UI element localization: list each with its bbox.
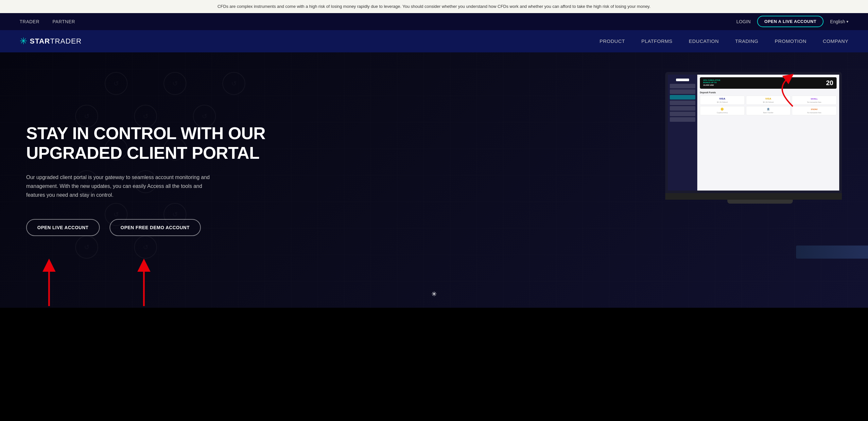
screen-sidebar-item bbox=[670, 117, 695, 122]
nav-platforms[interactable]: PLATFORMS bbox=[641, 38, 673, 44]
payment-item-sticpay: STICPAY No transaction fees bbox=[792, 106, 837, 115]
language-label: English bbox=[830, 19, 845, 24]
skrill-logo: SKRILL bbox=[811, 97, 818, 101]
nav-trading[interactable]: TRADING bbox=[735, 38, 758, 44]
nav-company[interactable]: COMPANY bbox=[823, 38, 848, 44]
screen-sidebar bbox=[668, 75, 697, 191]
screen-sidebar-item bbox=[670, 84, 695, 88]
hero-buttons: OPEN LIVE ACCOUNT OPEN FREE DEMO ACCOUNT bbox=[26, 219, 265, 236]
screen-content: 20% CUMULATIVE BONUS UP TO 10,000 USD 20… bbox=[668, 75, 839, 191]
screen-sidebar-logo bbox=[676, 79, 689, 81]
hero-title: STAY IN CONTROL WITH OUR UPGRADED CLIENT… bbox=[26, 124, 265, 163]
screen-main: 20% CUMULATIVE BONUS UP TO 10,000 USD 20… bbox=[697, 75, 839, 191]
top-nav-right: LOGIN OPEN A LIVE ACCOUNT English bbox=[736, 16, 848, 27]
nav-education[interactable]: EDUCATION bbox=[689, 38, 719, 44]
watermark-item: ↺ bbox=[163, 72, 186, 95]
payment-item-skrill: SKRILL No transaction fees bbox=[792, 95, 837, 105]
logo-star-icon: ✳ bbox=[20, 36, 27, 47]
monitor-base bbox=[727, 200, 793, 204]
screen-deposit-title: Deposit Funds bbox=[700, 91, 837, 94]
bonus-line2: BONUS UP TO bbox=[703, 82, 720, 84]
payment-grid: VISA $0 | $1 Refund VISA $0 | $1 Refund … bbox=[700, 95, 837, 115]
payment-item-bank: 🏦 Bank Transfer bbox=[746, 106, 791, 115]
screen-bonus-text: 20% CUMULATIVE BONUS UP TO 10,000 USD bbox=[703, 79, 720, 87]
payment-item-visa1: VISA $0 | $1 Refund bbox=[700, 95, 745, 105]
logo-text: STARTRADER bbox=[30, 37, 82, 46]
hero-section: ↺ ↺ ↺ ↺ ↺ ↺ ↺ ↺ ↺ ↺ ↺ ↺ ↺ ↺ STAY IN CONT… bbox=[0, 52, 868, 308]
login-link[interactable]: LOGIN bbox=[736, 19, 751, 24]
visa1-fee: $0 | $1 Refund bbox=[717, 101, 728, 103]
sticpay-fee: No transaction fees bbox=[807, 112, 821, 114]
visa2-fee: $0 | $1 Refund bbox=[763, 101, 774, 103]
partner-link[interactable]: PARTNER bbox=[53, 19, 75, 24]
bonus-highlight: 10,000 USD bbox=[703, 84, 720, 87]
main-nav: ✳ STARTRADER PRODUCT PLATFORMS EDUCATION… bbox=[0, 30, 868, 52]
screen-sidebar-item bbox=[670, 101, 695, 105]
skrill-fee: No transaction fees bbox=[807, 101, 821, 103]
screen-bonus-banner: 20% CUMULATIVE BONUS UP TO 10,000 USD 20 bbox=[700, 77, 837, 89]
watermark-item: ↺ bbox=[105, 72, 128, 95]
crypto-fee: Cryptocurrency bbox=[717, 112, 728, 114]
open-account-button[interactable]: OPEN A LIVE ACCOUNT bbox=[757, 16, 824, 27]
visa2-logo: VISA bbox=[765, 97, 772, 101]
warning-text: CFDs are complex instruments and come wi… bbox=[217, 4, 651, 9]
bank-fee: Bank Transfer bbox=[763, 112, 773, 114]
top-nav-left: TRADER PARTNER bbox=[20, 19, 75, 24]
logo[interactable]: ✳ STARTRADER bbox=[20, 36, 82, 47]
screen-sidebar-item bbox=[670, 89, 695, 94]
bonus-line1: 20% CUMULATIVE bbox=[703, 79, 720, 82]
screen-sidebar-item bbox=[670, 106, 695, 111]
open-demo-account-button[interactable]: OPEN FREE DEMO ACCOUNT bbox=[110, 219, 201, 236]
monitor-stand bbox=[665, 193, 842, 200]
sticpay-logo: STICPAY bbox=[811, 108, 818, 111]
screen-sidebar-item-active bbox=[670, 95, 695, 100]
hero-title-line2: UPGRADED CLIENT PORTAL bbox=[26, 143, 259, 162]
keyboard-decoration bbox=[796, 246, 868, 259]
open-live-account-button[interactable]: OPEN LIVE ACCOUNT bbox=[26, 219, 100, 236]
warning-banner: CFDs are complex instruments and come wi… bbox=[0, 0, 868, 13]
hero-star-indicator: ✳ bbox=[431, 290, 437, 298]
monitor-screen: 20% CUMULATIVE BONUS UP TO 10,000 USD 20… bbox=[665, 72, 842, 193]
payment-item-visa2: VISA $0 | $1 Refund bbox=[746, 95, 791, 105]
crypto-logo: 🪙 bbox=[720, 108, 724, 111]
watermark-item: ↺ bbox=[222, 72, 245, 95]
payment-item-crypto: 🪙 Cryptocurrency bbox=[700, 106, 745, 115]
logo-rest-text: TRADER bbox=[50, 37, 82, 45]
hero-description: Our upgraded client portal is your gatew… bbox=[26, 173, 222, 200]
trader-link[interactable]: TRADER bbox=[20, 19, 39, 24]
nav-promotion[interactable]: PROMOTION bbox=[775, 38, 807, 44]
hero-title-line1: STAY IN CONTROL WITH OUR bbox=[26, 124, 265, 143]
screen-sidebar-item bbox=[670, 112, 695, 116]
language-selector[interactable]: English bbox=[830, 19, 848, 24]
hero-visual: 20% CUMULATIVE BONUS UP TO 10,000 USD 20… bbox=[659, 62, 868, 285]
top-nav: TRADER PARTNER LOGIN OPEN A LIVE ACCOUNT… bbox=[0, 13, 868, 30]
hero-content: STAY IN CONTROL WITH OUR UPGRADED CLIENT… bbox=[0, 97, 291, 262]
screen-bonus-number: 20 bbox=[826, 79, 833, 87]
monitor-mockup: 20% CUMULATIVE BONUS UP TO 10,000 USD 20… bbox=[665, 72, 855, 209]
bank-logo: 🏦 bbox=[767, 108, 770, 111]
nav-product[interactable]: PRODUCT bbox=[599, 38, 625, 44]
visa1-logo: VISA bbox=[719, 97, 725, 101]
main-nav-links: PRODUCT PLATFORMS EDUCATION TRADING PROM… bbox=[599, 38, 848, 44]
logo-star-text: STAR bbox=[30, 37, 50, 45]
